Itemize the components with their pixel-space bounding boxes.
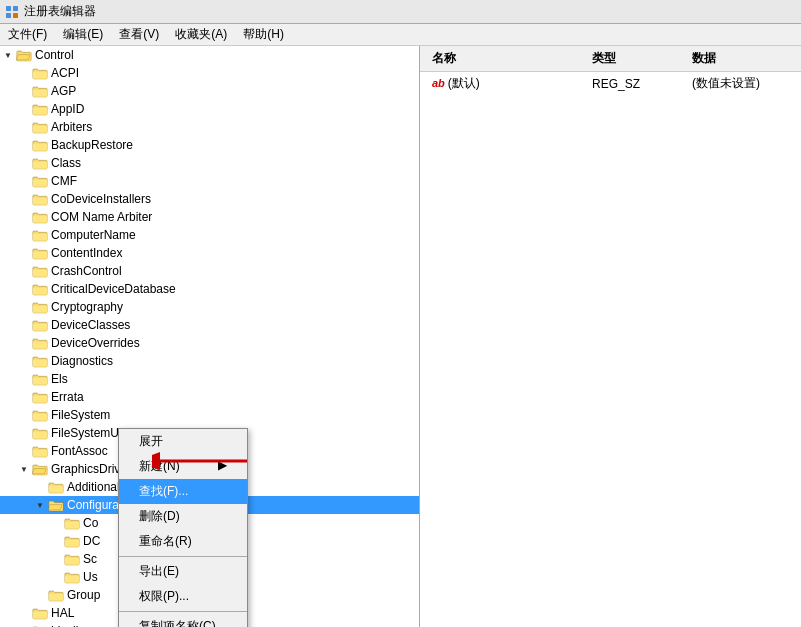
menu-favorites[interactable]: 收藏夹(A) [167, 24, 235, 45]
tree-item-comnamearbiter[interactable]: COM Name Arbiter [0, 208, 419, 226]
tree-label-diagnostics: Diagnostics [51, 354, 113, 368]
tree-label-cmf: CMF [51, 174, 77, 188]
right-panel-header: 名称 类型 数据 [420, 46, 801, 72]
tree-item-deviceclasses[interactable]: DeviceClasses [0, 316, 419, 334]
tree-item-appid[interactable]: AppID [0, 100, 419, 118]
expand-btn-control[interactable]: ▼ [0, 47, 16, 63]
tree-label-crashcontrol: CrashControl [51, 264, 122, 278]
folder-icon-contentindex [32, 246, 48, 260]
menu-file[interactable]: 文件(F) [0, 24, 55, 45]
folder-icon-criticaldevicedatabase [32, 282, 48, 296]
registry-value-row[interactable]: ab(默认) REG_SZ (数值未设置) [420, 72, 801, 95]
app-icon [4, 4, 20, 20]
context-menu-item-export[interactable]: 导出(E) [119, 559, 247, 584]
tree-item-acpi[interactable]: ACPI [0, 64, 419, 82]
folder-icon-crashcontrol [32, 264, 48, 278]
menu-bar: 文件(F) 编辑(E) 查看(V) 收藏夹(A) 帮助(H) [0, 24, 801, 46]
tree-item-deviceoverrides[interactable]: DeviceOverrides [0, 334, 419, 352]
tree-label-group: Group [67, 588, 100, 602]
context-menu-item-expand[interactable]: 展开 [119, 429, 247, 454]
context-menu: 展开新建(N)查找(F)...删除(D)重命名(R)导出(E)权限(P)...复… [118, 428, 248, 627]
col-data: 数据 [684, 48, 797, 69]
tree-label-appid: AppID [51, 102, 84, 116]
folder-icon-sc [64, 552, 80, 566]
folder-icon-deviceoverrides [32, 336, 48, 350]
tree-item-class[interactable]: Class [0, 154, 419, 172]
main-container: ▼ Control ACPI AGP AppID Arbiters Backup… [0, 46, 801, 627]
folder-icon-co [64, 516, 80, 530]
tree-item-els[interactable]: Els [0, 370, 419, 388]
folder-icon-cmf [32, 174, 48, 188]
context-menu-item-copy[interactable]: 复制项名称(C) [119, 614, 247, 627]
menu-separator-7 [119, 611, 247, 612]
folder-icon-configuration [48, 498, 64, 512]
ab-icon: ab [432, 77, 445, 89]
tree-item-contentindex[interactable]: ContentIndex [0, 244, 419, 262]
folder-icon-class [32, 156, 48, 170]
tree-item-diagnostics[interactable]: Diagnostics [0, 352, 419, 370]
folder-icon-els [32, 372, 48, 386]
tree-item-crashcontrol[interactable]: CrashControl [0, 262, 419, 280]
tree-item-backuprestore[interactable]: BackupRestore [0, 136, 419, 154]
folder-icon-cryptography [32, 300, 48, 314]
tree-item-errata[interactable]: Errata [0, 388, 419, 406]
value-name-text: (默认) [448, 76, 480, 90]
title-bar: 注册表编辑器 [0, 0, 801, 24]
value-type: REG_SZ [584, 76, 684, 92]
context-menu-item-rename[interactable]: 重命名(R) [119, 529, 247, 554]
tree-panel[interactable]: ▼ Control ACPI AGP AppID Arbiters Backup… [0, 46, 420, 627]
tree-item-control[interactable]: ▼ Control [0, 46, 419, 64]
menu-help[interactable]: 帮助(H) [235, 24, 292, 45]
tree-item-cmf[interactable]: CMF [0, 172, 419, 190]
menu-separator-5 [119, 556, 247, 557]
tree-label-els: Els [51, 372, 68, 386]
value-name: ab(默认) [424, 74, 584, 93]
folder-icon-arbiters [32, 120, 48, 134]
tree-item-computername[interactable]: ComputerName [0, 226, 419, 244]
tree-label-contentindex: ContentIndex [51, 246, 122, 260]
svg-rect-3 [13, 13, 18, 18]
folder-icon-control [16, 48, 32, 62]
col-type: 类型 [584, 48, 684, 69]
folder-icon-graphicsdrivers [32, 462, 48, 476]
tree-label-us: Us [83, 570, 98, 584]
tree-label-cryptography: Cryptography [51, 300, 123, 314]
tree-item-filesystem[interactable]: FileSystem [0, 406, 419, 424]
folder-icon-codeviceinstallers [32, 192, 48, 206]
tree-label-deviceoverrides: DeviceOverrides [51, 336, 140, 350]
folder-icon-computername [32, 228, 48, 242]
tree-label-fontassoc: FontAssoc [51, 444, 108, 458]
tree-label-filesystem: FileSystem [51, 408, 110, 422]
svg-rect-0 [6, 6, 11, 11]
tree-label-criticaldevicedatabase: CriticalDeviceDatabase [51, 282, 176, 296]
folder-icon-appid [32, 102, 48, 116]
value-data: (数值未设置) [684, 74, 797, 93]
tree-item-arbiters[interactable]: Arbiters [0, 118, 419, 136]
context-menu-item-find[interactable]: 查找(F)... [119, 479, 247, 504]
expand-btn-configuration[interactable]: ▼ [32, 497, 48, 513]
expand-btn-graphicsdrivers[interactable]: ▼ [16, 461, 32, 477]
tree-item-codeviceinstallers[interactable]: CoDeviceInstallers [0, 190, 419, 208]
tree-item-cryptography[interactable]: Cryptography [0, 298, 419, 316]
tree-label-arbiters: Arbiters [51, 120, 92, 134]
tree-label-class: Class [51, 156, 81, 170]
folder-icon-hal [32, 606, 48, 620]
tree-label-control: Control [35, 48, 74, 62]
tree-item-agp[interactable]: AGP [0, 82, 419, 100]
col-name: 名称 [424, 48, 584, 69]
context-menu-item-permissions[interactable]: 权限(P)... [119, 584, 247, 609]
folder-icon-deviceclasses [32, 318, 48, 332]
folder-icon-errata [32, 390, 48, 404]
context-menu-item-new[interactable]: 新建(N) [119, 454, 247, 479]
folder-icon-group [48, 588, 64, 602]
folder-icon-filesystem [32, 408, 48, 422]
menu-view[interactable]: 查看(V) [111, 24, 167, 45]
tree-label-deviceclasses: DeviceClasses [51, 318, 130, 332]
tree-label-dc: DC [83, 534, 100, 548]
tree-label-comnamearbiter: COM Name Arbiter [51, 210, 152, 224]
menu-edit[interactable]: 编辑(E) [55, 24, 111, 45]
svg-rect-1 [13, 6, 18, 11]
tree-item-criticaldevicedatabase[interactable]: CriticalDeviceDatabase [0, 280, 419, 298]
tree-label-hal: HAL [51, 606, 74, 620]
context-menu-item-delete[interactable]: 删除(D) [119, 504, 247, 529]
